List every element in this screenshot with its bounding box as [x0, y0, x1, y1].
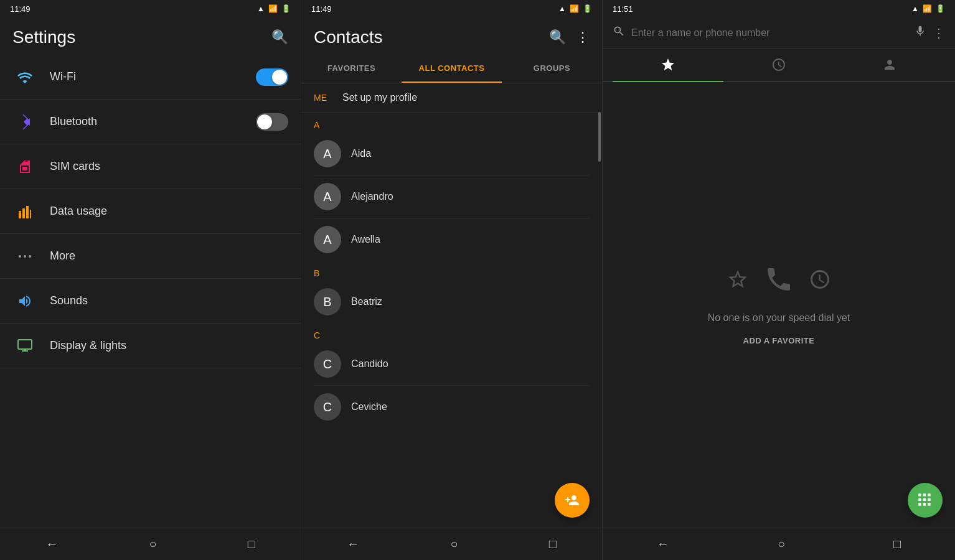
scroll-indicator [598, 112, 601, 162]
svg-point-4 [19, 255, 21, 258]
section-header-a: A [301, 113, 602, 133]
settings-home-icon[interactable]: ○ [149, 537, 156, 551]
contact-candido[interactable]: C Candido [301, 343, 602, 385]
phone-back-icon[interactable]: ← [657, 537, 669, 551]
star-empty-icon [727, 268, 749, 296]
settings-search-icon[interactable]: 🔍 [271, 29, 288, 45]
contacts-title: Contacts [314, 27, 383, 47]
contacts-wifi-icon: ▲ [558, 4, 566, 13]
contacts-list: ME Set up my profile A A Aida A Alejandr… [301, 83, 602, 528]
settings-header: Settings 🔍 [0, 17, 301, 55]
tab-groups[interactable]: GROUPS [502, 55, 602, 83]
settings-item-sim[interactable]: SIM cards [0, 144, 301, 189]
contacts-search-icon[interactable]: 🔍 [549, 29, 566, 45]
contact-avatar-aida: A [314, 140, 341, 167]
settings-title: Settings [12, 27, 75, 47]
contact-name-awella: Awella [351, 234, 380, 245]
sim-label: SIM cards [50, 160, 288, 173]
settings-item-wifi[interactable]: Wi-Fi [0, 55, 301, 100]
contact-name-aida: Aida [351, 148, 371, 159]
display-label: Display & lights [50, 339, 288, 352]
contact-name-alejandro: Alejandro [351, 191, 393, 202]
settings-recents-icon[interactable]: □ [248, 537, 255, 551]
contact-alejandro[interactable]: A Alejandro [301, 175, 602, 218]
contacts-cell-icon: 📶 [570, 4, 579, 13]
bluetooth-label: Bluetooth [50, 115, 256, 128]
cell-signal-icon: 📶 [268, 4, 278, 13]
contact-beatriz[interactable]: B Beatriz [301, 281, 602, 323]
bluetooth-icon [12, 114, 37, 129]
settings-item-more[interactable]: More [0, 234, 301, 279]
phone-recents-icon[interactable]: □ [893, 537, 901, 551]
contact-ceviche[interactable]: C Ceviche [301, 386, 602, 428]
phone-tab-recents[interactable] [723, 49, 834, 81]
tab-all-contacts[interactable]: ALL CONTACTS [402, 55, 502, 83]
svg-point-5 [24, 255, 26, 258]
svg-rect-7 [18, 340, 32, 349]
settings-back-icon[interactable]: ← [45, 537, 58, 551]
sim-icon [12, 159, 37, 174]
svg-rect-2 [26, 206, 29, 218]
wifi-label: Wi-Fi [50, 70, 256, 83]
settings-item-display[interactable]: Display & lights [0, 324, 301, 368]
phone-search-icon [613, 25, 625, 40]
svg-point-6 [29, 255, 31, 258]
phone-call-icon [764, 264, 794, 300]
phone-empty-state: No one is on your speed dial yet ADD A F… [603, 82, 955, 528]
settings-item-bluetooth[interactable]: Bluetooth [0, 100, 301, 144]
phone-tab-contacts[interactable] [834, 49, 945, 81]
settings-item-data[interactable]: Data usage [0, 189, 301, 234]
phone-mic-icon[interactable] [914, 24, 926, 42]
phone-nav-bar: ← ○ □ [603, 528, 955, 560]
contact-avatar-beatriz: B [314, 288, 341, 315]
phone-empty-text: No one is on your speed dial yet [708, 312, 850, 324]
contacts-battery-icon: 🔋 [583, 4, 592, 13]
settings-nav-bar: ← ○ □ [0, 528, 301, 560]
phone-empty-icons [727, 264, 831, 300]
contact-aida[interactable]: A Aida [301, 133, 602, 175]
data-icon [12, 205, 37, 218]
settings-item-sounds[interactable]: Sounds [0, 279, 301, 324]
phone-status-bar: 11:51 ▲ 📶 🔋 [603, 0, 955, 17]
phone-more-icon[interactable]: ⋮ [933, 26, 945, 40]
display-icon [12, 339, 37, 353]
phone-battery-icon: 🔋 [936, 4, 945, 13]
tab-favorites[interactable]: FAVORITES [301, 55, 402, 83]
add-favorite-button[interactable]: ADD A FAVORITE [743, 336, 815, 345]
settings-status-icons: ▲ 📶 🔋 [257, 4, 291, 13]
settings-time: 11:49 [10, 4, 31, 14]
battery-icon: 🔋 [281, 4, 291, 13]
phone-dialpad-fab[interactable] [908, 483, 943, 518]
svg-rect-0 [19, 211, 21, 218]
svg-rect-9 [24, 349, 26, 351]
recents-empty-icon [809, 268, 831, 296]
me-text: Set up my profile [342, 92, 417, 103]
contact-avatar-candido: C [314, 350, 341, 378]
add-contact-fab[interactable] [555, 483, 590, 518]
contacts-tabs: FAVORITES ALL CONTACTS GROUPS [301, 55, 602, 83]
section-header-b: B [301, 261, 602, 281]
phone-home-icon[interactable]: ○ [778, 537, 785, 551]
contact-avatar-ceviche: C [314, 393, 341, 421]
contact-name-candido: Candido [351, 358, 388, 370]
me-label: ME [314, 93, 332, 103]
contacts-time: 11:49 [311, 4, 332, 14]
phone-search-input[interactable] [631, 27, 908, 39]
settings-panel: 11:49 ▲ 📶 🔋 Settings 🔍 Wi-Fi [0, 0, 301, 560]
contacts-home-icon[interactable]: ○ [450, 537, 458, 551]
section-header-c: C [301, 323, 602, 343]
more-icon [12, 249, 37, 264]
contacts-header-icons: 🔍 ⋮ [549, 29, 590, 45]
wifi-toggle[interactable] [256, 68, 288, 86]
contacts-nav-bar: ← ○ □ [301, 528, 602, 560]
contact-me-item[interactable]: ME Set up my profile [301, 83, 602, 113]
contacts-recents-icon[interactable]: □ [549, 537, 557, 551]
bluetooth-toggle[interactable] [256, 113, 288, 131]
contacts-more-icon[interactable]: ⋮ [576, 29, 590, 45]
phone-panel: 11:51 ▲ 📶 🔋 ⋮ [603, 0, 955, 560]
contacts-status-icons: ▲ 📶 🔋 [558, 4, 592, 13]
phone-tab-favorites[interactable] [613, 49, 723, 81]
contacts-back-icon[interactable]: ← [347, 537, 359, 551]
contact-awella[interactable]: A Awella [301, 218, 602, 261]
settings-list: Wi-Fi Bluetooth SIM card [0, 55, 301, 528]
